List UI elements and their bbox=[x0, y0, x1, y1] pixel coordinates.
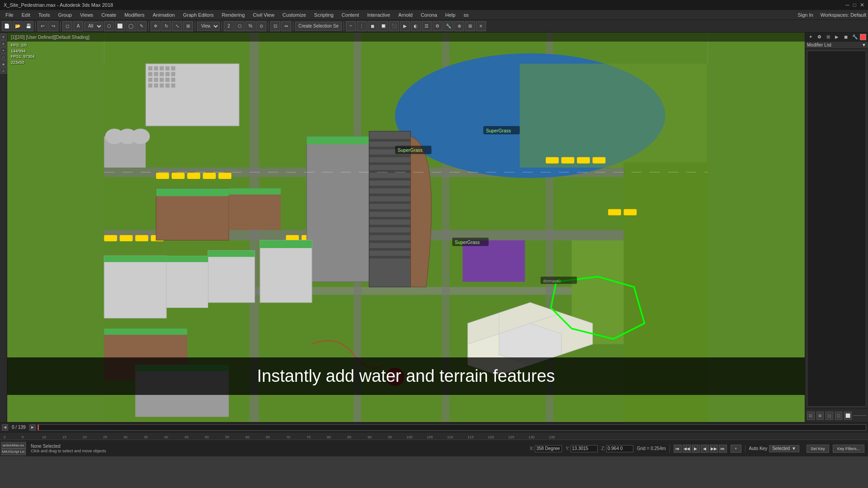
x-value[interactable]: 358 Degree bbox=[535, 445, 562, 452]
select-move-btn[interactable]: ✥ bbox=[151, 21, 160, 31]
left-tool-5[interactable]: ◉ bbox=[0, 61, 7, 67]
skip-end-btn[interactable]: ⏭ bbox=[719, 445, 727, 453]
curve-editor-btn[interactable]: ~ bbox=[346, 21, 356, 31]
snap-toggle-btn[interactable]: 2 bbox=[224, 21, 234, 31]
timeline-prev-btn[interactable]: ◀ bbox=[2, 424, 8, 431]
settings-btn[interactable]: ⚙ bbox=[433, 21, 443, 31]
menu-edit[interactable]: Edit bbox=[18, 11, 34, 19]
maxscript-btn[interactable]: MAXScript Lis bbox=[1, 449, 26, 455]
viewport[interactable]: [1][2/0] [User Defined][Default Shading] bbox=[7, 33, 805, 422]
panel-btn-2[interactable]: ⊞ bbox=[816, 412, 824, 420]
motion-panel-btn[interactable]: ▶ bbox=[834, 33, 841, 41]
save-btn[interactable]: 💾 bbox=[24, 21, 33, 31]
menu-rendering[interactable]: Rendering bbox=[218, 11, 249, 19]
select-btn[interactable]: ◻ bbox=[62, 21, 72, 31]
panel-btn-5[interactable]: ⬜ bbox=[844, 412, 852, 420]
key-filters-btn[interactable]: Key Filters... bbox=[833, 445, 864, 453]
select-name-btn[interactable]: A bbox=[73, 21, 83, 31]
filter-dropdown[interactable]: All bbox=[84, 22, 103, 31]
create-panel-btn[interactable]: ✦ bbox=[807, 33, 814, 41]
action-man-btn[interactable]: actionMan.ex bbox=[1, 442, 26, 449]
play-btn[interactable]: ▶ bbox=[692, 445, 700, 453]
scale-btn[interactable]: ⤡ bbox=[172, 21, 182, 31]
render-setup-btn[interactable]: 🔲 bbox=[378, 21, 388, 31]
active-shade-btn[interactable]: ◐ bbox=[411, 21, 421, 31]
place-btn[interactable]: ⊞ bbox=[183, 21, 193, 31]
maximize-button[interactable]: □ bbox=[853, 2, 856, 8]
hierarchy-panel-btn[interactable]: ⊞ bbox=[825, 33, 832, 41]
play-reverse-btn[interactable]: ◀ bbox=[701, 445, 709, 453]
skip-start-btn[interactable]: ⏮ bbox=[674, 445, 682, 453]
material-btn[interactable]: ◼ bbox=[368, 21, 377, 31]
utilities-panel-btn[interactable]: 🔧 bbox=[851, 33, 859, 41]
svg-rect-65 bbox=[369, 162, 410, 165]
modifier-list-arrow[interactable]: ▼ bbox=[862, 42, 866, 47]
align-btn[interactable]: ⊡ bbox=[270, 21, 280, 31]
extra-btn2[interactable]: ⊞ bbox=[465, 21, 475, 31]
menu-customize[interactable]: Customize bbox=[279, 11, 310, 19]
snap-percent-btn[interactable]: % bbox=[245, 21, 255, 31]
menu-interactive[interactable]: Interactive bbox=[363, 11, 394, 19]
menu-file[interactable]: File bbox=[2, 11, 17, 19]
state-sets-btn[interactable]: ☰ bbox=[422, 21, 432, 31]
left-tool-6[interactable]: ⊙ bbox=[0, 67, 7, 74]
extra-btn3[interactable]: ≡ bbox=[476, 21, 486, 31]
prev-frame-btn[interactable]: ◀◀ bbox=[683, 445, 691, 453]
sign-in-button[interactable]: Sign In bbox=[794, 11, 816, 19]
panel-btn-1[interactable]: ⊡ bbox=[807, 412, 815, 420]
open-btn[interactable]: 📂 bbox=[13, 21, 23, 31]
selected-dropdown[interactable]: Selected ▼ bbox=[769, 445, 799, 452]
snap-angle-btn[interactable]: ⬡ bbox=[235, 21, 245, 31]
menu-scripting[interactable]: Scripting bbox=[311, 11, 337, 19]
panel-btn-4[interactable]: ⬡ bbox=[835, 412, 843, 420]
rotate-btn[interactable]: ↻ bbox=[161, 21, 171, 31]
menu-ss[interactable]: ss bbox=[460, 11, 472, 19]
render-frame-btn[interactable]: ⬛ bbox=[389, 21, 399, 31]
modify-panel-btn active[interactable]: ⚙ bbox=[816, 33, 823, 41]
quick-render-btn[interactable]: ▶ bbox=[400, 21, 410, 31]
view-dropdown[interactable]: View bbox=[197, 22, 220, 31]
tools-btn2[interactable]: 🔧 bbox=[443, 21, 453, 31]
close-button[interactable]: ✕ bbox=[860, 2, 864, 8]
color-swatch[interactable] bbox=[860, 34, 866, 40]
menu-content[interactable]: Content bbox=[338, 11, 363, 19]
undo-btn[interactable]: ↩ bbox=[38, 21, 47, 31]
menu-arnold[interactable]: Arnold bbox=[395, 11, 416, 19]
rectangular-sel-btn[interactable]: ⬜ bbox=[115, 21, 125, 31]
y-coord-group: Y: 13.3015 bbox=[566, 445, 598, 452]
create-selection-btn[interactable]: Create Selection Se bbox=[295, 22, 342, 31]
redo-btn[interactable]: ↪ bbox=[48, 21, 58, 31]
snap-spinner-btn[interactable]: ⊙ bbox=[256, 21, 266, 31]
menu-animation[interactable]: Animation bbox=[149, 11, 179, 19]
menu-civil-view[interactable]: Civil View bbox=[249, 11, 278, 19]
schematic-btn[interactable]: ⋮ bbox=[357, 21, 367, 31]
menu-group[interactable]: Group bbox=[54, 11, 75, 19]
menu-modifiers[interactable]: Modifiers bbox=[121, 11, 148, 19]
menu-graph-editors[interactable]: Graph Editors bbox=[179, 11, 217, 19]
menu-views[interactable]: Views bbox=[76, 11, 97, 19]
add-time-tag-btn[interactable]: + bbox=[731, 445, 741, 453]
panel-btn-3[interactable]: ◻ bbox=[826, 412, 833, 420]
y-value[interactable]: 13.3015 bbox=[571, 445, 598, 452]
extra-btn1[interactable]: ⊕ bbox=[454, 21, 464, 31]
lasso-sel-btn[interactable]: ◯ bbox=[126, 21, 136, 31]
left-tool-3[interactable]: ✦ bbox=[0, 47, 7, 53]
display-panel-btn[interactable]: ◼ bbox=[842, 33, 849, 41]
timeline-track[interactable] bbox=[38, 424, 866, 431]
menu-corona[interactable]: Corona bbox=[417, 11, 441, 19]
left-tool-2[interactable]: ⊕ bbox=[0, 40, 7, 47]
left-tool-4[interactable]: ⬡ bbox=[0, 54, 7, 60]
next-frame-btn[interactable]: ▶▶ bbox=[710, 445, 718, 453]
left-tool-1[interactable]: ✥ bbox=[0, 33, 7, 40]
select-object-btn[interactable]: ⬡ bbox=[104, 21, 114, 31]
menu-create[interactable]: Create bbox=[98, 11, 120, 19]
timeline-next-btn[interactable]: ▶ bbox=[29, 424, 36, 431]
new-scene-btn[interactable]: 📄 bbox=[2, 21, 12, 31]
set-key-btn[interactable]: Set Key bbox=[807, 445, 829, 453]
menu-tools[interactable]: Tools bbox=[35, 11, 54, 19]
paint-sel-btn[interactable]: ✎ bbox=[137, 21, 146, 31]
menu-help[interactable]: Help bbox=[442, 11, 459, 19]
mirror-btn[interactable]: ⇔ bbox=[281, 21, 291, 31]
z-value[interactable]: 0.964 0 bbox=[606, 445, 633, 452]
minimize-button[interactable]: ─ bbox=[845, 2, 849, 8]
